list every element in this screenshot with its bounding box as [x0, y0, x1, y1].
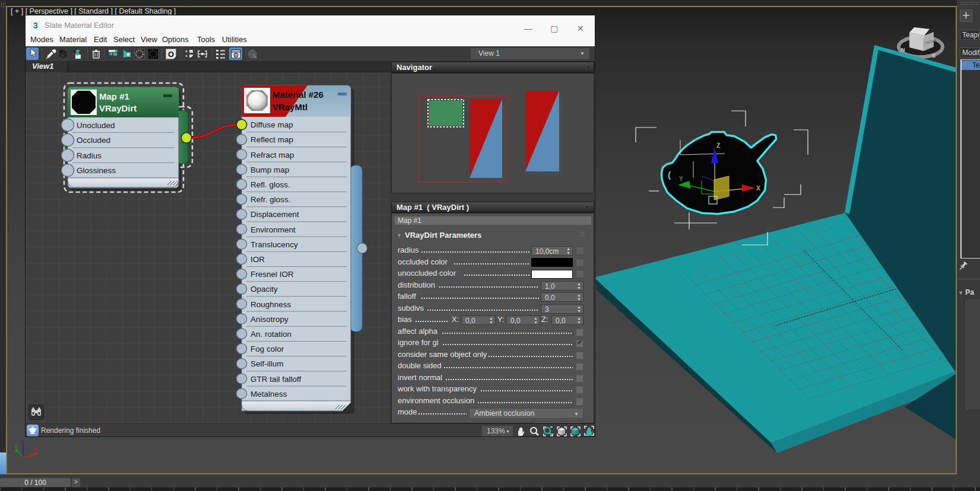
svg-text:GTR tail falloff: GTR tail falloff	[250, 375, 302, 384]
svg-text:Translucency: Translucency	[250, 240, 298, 249]
svg-text:Displacement: Displacement	[250, 210, 299, 219]
svg-text:Y: Y	[679, 176, 683, 182]
svg-text:Self-illum: Self-illum	[250, 359, 284, 368]
svg-text:Roughness: Roughness	[250, 300, 291, 309]
svg-text:z: z	[21, 439, 24, 445]
svg-text:S: S	[932, 53, 935, 59]
svg-text:x: x	[34, 446, 37, 452]
svg-text:Refr. gloss.: Refr. gloss.	[250, 195, 291, 204]
svg-text:Map #1: Map #1	[99, 91, 129, 101]
svg-text:Environment: Environment	[250, 225, 296, 234]
svg-text:Fog color: Fog color	[250, 345, 284, 353]
svg-text:Unocluded: Unocluded	[77, 121, 115, 130]
svg-text:Refract map: Refract map	[250, 151, 294, 160]
svg-text:Anisotropy: Anisotropy	[250, 315, 288, 324]
svg-text:Opacity: Opacity	[250, 285, 278, 294]
svg-text:Z: Z	[716, 142, 720, 149]
svg-text:Fresnel IOR: Fresnel IOR	[250, 270, 294, 279]
svg-text:O: O	[168, 50, 174, 59]
svg-text:VRayDirt: VRayDirt	[99, 103, 137, 113]
svg-text:IOR: IOR	[250, 255, 265, 264]
svg-text:y: y	[14, 442, 17, 448]
svg-text:VRayMtl: VRayMtl	[272, 102, 307, 112]
svg-text:Diffuse map: Diffuse map	[250, 120, 293, 129]
svg-text:Reflect map: Reflect map	[250, 135, 293, 144]
svg-text:An. rotation: An. rotation	[250, 330, 291, 339]
svg-text:Glossiness: Glossiness	[77, 166, 116, 175]
svg-text:Metalness: Metalness	[250, 390, 287, 398]
svg-text:N: N	[901, 47, 905, 53]
svg-text:Refl. gloss.: Refl. gloss.	[250, 180, 290, 189]
svg-text:X: X	[756, 185, 760, 192]
svg-text:Material #26: Material #26	[272, 90, 324, 100]
svg-text:Bump map: Bump map	[250, 165, 289, 174]
svg-text:Occluded: Occluded	[77, 136, 110, 145]
svg-text:Radius: Radius	[77, 151, 102, 160]
